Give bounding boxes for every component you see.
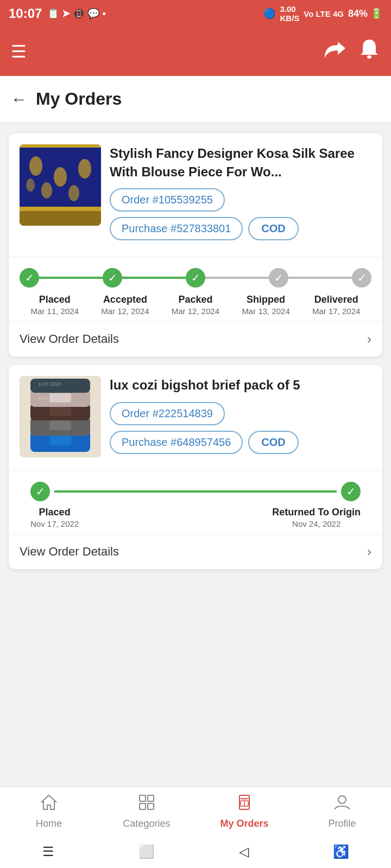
purchase-number-badge-1: Purchase #527833801 xyxy=(110,217,243,240)
view-details-button-1[interactable]: View Order Details › xyxy=(9,321,382,356)
product-name-1: Stylish Fancy Designer Kosa Silk Saree W… xyxy=(110,144,371,181)
svg-text:LUX COZI: LUX COZI xyxy=(39,381,61,387)
page-title: My Orders xyxy=(36,89,122,109)
label-returned-2: Returned To Origin Nov 24, 2022 xyxy=(272,507,361,528)
svg-rect-17 xyxy=(49,407,71,416)
profile-icon xyxy=(333,793,351,816)
chevron-right-icon-1: › xyxy=(367,331,371,347)
badge-row-purchase-1: Purchase #527833801 COD xyxy=(110,217,371,240)
product-name-2: lux cozi bigshot brief pack of 5 xyxy=(110,376,371,394)
categories-icon xyxy=(137,793,156,816)
svg-point-8 xyxy=(68,185,79,201)
step-placed-1: ✓ xyxy=(20,268,39,288)
label-packed-1: Packed Mar 12, 2024 xyxy=(160,294,231,316)
step-labels-1: Placed Mar 11, 2024 Accepted Mar 12, 202… xyxy=(20,294,371,316)
nav-myorders-label: My Orders xyxy=(220,818,268,829)
svg-rect-15 xyxy=(49,420,71,430)
label-placed-2: Placed Nov 17, 2022 xyxy=(30,507,79,528)
product-image-2: LUX COZI LUX COZI xyxy=(20,376,101,457)
status-bar: 10:07 📋 ➤ 📵 💬 • 🔵 3.00KB/S Vo LTE 4G 84%… xyxy=(0,0,391,27)
svg-point-0 xyxy=(367,55,371,59)
bell-icon[interactable] xyxy=(358,37,380,66)
order-number-badge-2: Order #222514839 xyxy=(110,402,225,425)
myorders-icon xyxy=(235,793,254,816)
order-card-2: LUX COZI LUX COZI lux cozi bigshot brief… xyxy=(9,365,382,569)
svg-point-6 xyxy=(78,159,91,178)
two-step-track: ✓ ✓ xyxy=(30,482,361,501)
android-home-btn[interactable]: ⬜ xyxy=(138,844,155,859)
nav-profile-label: Profile xyxy=(328,818,356,829)
progress-section-1: ✓ ✓ ✓ ✓ ✓ xyxy=(9,257,382,321)
step-accepted-1: ✓ xyxy=(103,268,122,288)
svg-point-7 xyxy=(41,182,52,199)
svg-rect-2 xyxy=(20,209,101,226)
share-icon[interactable] xyxy=(321,37,345,66)
android-back-btn[interactable]: ◁ xyxy=(239,844,249,859)
svg-rect-13 xyxy=(49,435,71,445)
order-details-2: lux cozi bigshot brief pack of 5 Order #… xyxy=(110,376,371,459)
payment-badge-2: COD xyxy=(248,431,298,454)
product-image-1 xyxy=(20,144,101,226)
payment-badge-1: COD xyxy=(248,217,298,240)
label-placed-1: Placed Mar 11, 2024 xyxy=(20,294,90,316)
svg-rect-23 xyxy=(140,795,146,801)
badge-row-order-2: Order #222514839 xyxy=(110,402,371,425)
status-icons: 📋 ➤ 📵 💬 • xyxy=(47,8,105,20)
svg-point-29 xyxy=(338,796,346,803)
data-speed: 3.00KB/S xyxy=(280,4,299,23)
svg-rect-10 xyxy=(20,144,101,148)
nav-home-label: Home xyxy=(36,818,62,829)
svg-rect-25 xyxy=(140,803,146,809)
nav-categories-label: Categories xyxy=(123,818,170,829)
two-step-section: ✓ ✓ Placed Nov 17, 2022 Returned To Orig… xyxy=(9,470,382,534)
svg-text:LUX COZI: LUX COZI xyxy=(39,395,61,400)
battery-icon: 84% 🔋 xyxy=(348,8,382,20)
label-delivered-1: Delivered Mar 17, 2024 xyxy=(301,294,371,316)
back-button[interactable]: ← xyxy=(11,90,27,108)
step-returned-2: ✓ xyxy=(341,482,361,501)
android-menu-btn[interactable]: ☰ xyxy=(42,844,54,859)
nav-myorders[interactable]: My Orders xyxy=(195,787,293,835)
step-shipped-1: ✓ xyxy=(269,268,288,288)
badge-row-order-1: Order #105539255 xyxy=(110,188,371,212)
bottom-nav: Home Categories My Orders xyxy=(0,787,391,835)
nav-home[interactable]: Home xyxy=(0,787,98,835)
page-title-bar: ← My Orders xyxy=(0,76,391,123)
home-icon xyxy=(40,793,58,816)
order-info-1: Stylish Fancy Designer Kosa Silk Saree W… xyxy=(9,133,382,257)
label-accepted-1: Accepted Mar 12, 2024 xyxy=(90,294,161,316)
svg-point-5 xyxy=(54,167,67,187)
order-info-2: LUX COZI LUX COZI lux cozi bigshot brief… xyxy=(9,365,382,470)
svg-point-4 xyxy=(29,156,42,176)
step-placed-2: ✓ xyxy=(30,482,50,501)
order-details-1: Stylish Fancy Designer Kosa Silk Saree W… xyxy=(110,144,371,246)
svg-rect-24 xyxy=(148,795,154,801)
badge-row-purchase-2: Purchase #648957456 COD xyxy=(110,431,371,454)
two-step-line xyxy=(54,490,337,493)
hamburger-icon[interactable]: ☰ xyxy=(11,41,27,62)
android-nav: ☰ ⬜ ◁ ♿ xyxy=(0,835,391,868)
two-step-labels: Placed Nov 17, 2022 Returned To Origin N… xyxy=(30,507,361,534)
order-number-badge-1: Order #105539255 xyxy=(110,188,225,212)
label-shipped-1: Shipped Mar 13, 2024 xyxy=(231,294,301,316)
purchase-number-badge-2: Purchase #648957456 xyxy=(110,431,243,454)
orders-list: Stylish Fancy Designer Kosa Silk Saree W… xyxy=(0,123,391,580)
progress-track-1: ✓ ✓ ✓ ✓ ✓ xyxy=(20,268,371,288)
status-time: 10:07 xyxy=(9,6,42,21)
step-delivered-1: ✓ xyxy=(352,268,371,288)
network-icons: Vo LTE 4G xyxy=(304,9,344,18)
svg-rect-26 xyxy=(148,803,154,809)
order-card-1: Stylish Fancy Designer Kosa Silk Saree W… xyxy=(9,133,382,356)
android-accessibility-btn[interactable]: ♿ xyxy=(333,844,349,859)
chevron-right-icon-2: › xyxy=(367,544,371,559)
view-details-button-2[interactable]: View Order Details › xyxy=(9,534,382,569)
step-packed-1: ✓ xyxy=(186,268,205,288)
bluetooth-icon: 🔵 xyxy=(263,8,275,20)
svg-rect-3 xyxy=(20,207,101,211)
svg-point-9 xyxy=(26,178,35,192)
nav-categories[interactable]: Categories xyxy=(98,787,195,835)
app-header: ☰ xyxy=(0,27,391,76)
nav-profile[interactable]: Profile xyxy=(293,787,391,835)
